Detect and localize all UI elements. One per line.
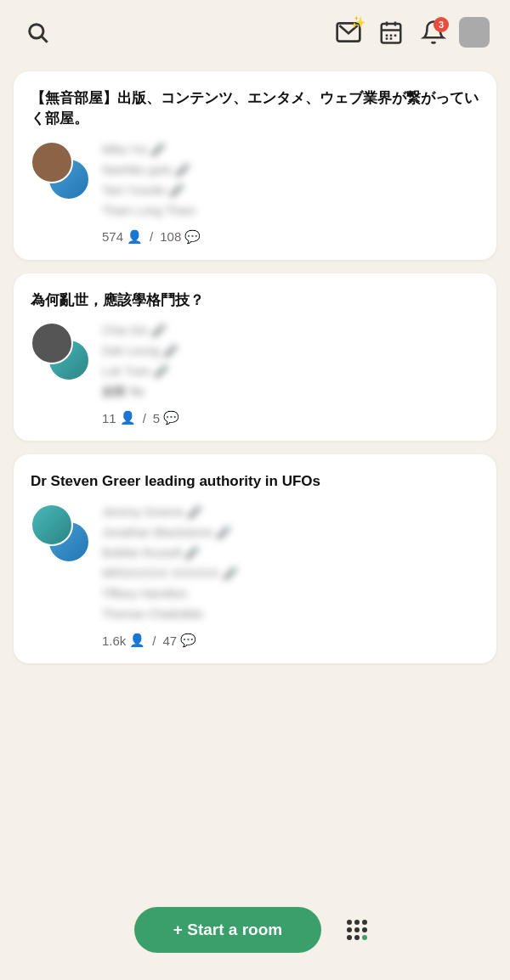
chat-count: 5 💬	[153, 410, 179, 425]
avatar	[31, 504, 73, 546]
chat-count: 47 💬	[163, 633, 197, 648]
room-card[interactable]: 為何亂世，應該學格鬥技？ Chia Gin 🎤 Dak Leung 🎤 Luk …	[14, 273, 496, 442]
room-body: Mika Yui 🎤 Naohiko goto 🎤 Tani Yusuke 🎤 …	[31, 141, 479, 245]
listener-count: 574 👤	[102, 229, 143, 245]
svg-rect-10	[390, 37, 393, 40]
participant-name: MRSXXXXX XXXXXX 🎤	[102, 565, 479, 583]
notification-badge: 3	[434, 17, 449, 32]
room-details: Mika Yui 🎤 Naohiko goto 🎤 Tani Yusuke 🎤 …	[102, 141, 479, 245]
svg-rect-2	[382, 24, 401, 43]
svg-line-1	[42, 37, 47, 42]
inbox-spark-icon: ✨	[351, 15, 366, 29]
participant-name: Jeremy Greene 🎤	[102, 504, 479, 521]
participant-name: Bobbie Russell 🎤	[102, 544, 479, 562]
svg-point-12	[354, 920, 360, 925]
participant-name: Chia Gin 🎤	[102, 322, 479, 340]
room-title: 為何亂世，應該學格鬥技？	[31, 290, 479, 311]
search-button[interactable]	[20, 15, 54, 49]
room-stats: 11 👤 / 5 💬	[102, 410, 479, 425]
svg-point-19	[362, 935, 367, 940]
rooms-list: 【無音部屋】出版、コンテンツ、エンタメ、ウェブ業界が繋がっていく部屋。 Mika…	[0, 65, 510, 670]
room-details: Jeremy Greene 🎤 Jonathan Blackstone 🎤 Bo…	[102, 504, 479, 648]
room-body: Chia Gin 🎤 Dak Leung 🎤 Luk Tuen 🎤 創業 Yu …	[31, 322, 479, 425]
room-body: Jeremy Greene 🎤 Jonathan Blackstone 🎤 Bo…	[31, 504, 479, 648]
bottom-bar: + Start a room	[0, 893, 510, 980]
svg-rect-7	[390, 35, 393, 37]
svg-point-15	[354, 927, 360, 932]
svg-rect-6	[386, 35, 388, 37]
participant-name: Tham Long Tham	[102, 202, 479, 220]
chat-count: 108 💬	[160, 229, 201, 245]
notifications-button[interactable]: 3	[415, 14, 452, 51]
grid-dots-icon	[342, 915, 372, 945]
participant-name: Mika Yui 🎤	[102, 141, 479, 159]
app-header: ✨ 3	[0, 0, 510, 65]
listener-count: 1.6k 👤	[102, 633, 145, 648]
svg-point-18	[354, 935, 360, 940]
room-card[interactable]: 【無音部屋】出版、コンテンツ、エンタメ、ウェブ業界が繋がっていく部屋。 Mika…	[14, 71, 496, 260]
svg-point-14	[347, 927, 352, 932]
room-avatars	[31, 504, 90, 563]
room-title: Dr Steven Greer leading authority in UFO…	[31, 471, 479, 492]
calendar-button[interactable]	[374, 15, 408, 49]
participant-name: Tiffany Hamilton	[102, 585, 479, 603]
svg-point-13	[362, 920, 367, 925]
room-title: 【無音部屋】出版、コンテンツ、エンタメ、ウェブ業界が繋がっていく部屋。	[31, 88, 479, 129]
start-room-button[interactable]: + Start a room	[134, 907, 321, 953]
listener-count: 11 👤	[102, 410, 136, 425]
avatar	[31, 141, 73, 183]
start-room-label: + Start a room	[173, 921, 282, 939]
svg-rect-8	[394, 35, 397, 37]
svg-point-17	[347, 935, 352, 940]
room-avatars	[31, 322, 90, 381]
participant-name: 創業 Yu	[102, 383, 479, 401]
room-stats: 1.6k 👤 / 47 💬	[102, 633, 479, 648]
participant-name: Tani Yusuke 🎤	[102, 182, 479, 200]
svg-point-11	[347, 920, 352, 925]
more-options-button[interactable]	[338, 911, 376, 949]
participant-name: Luk Tuen 🎤	[102, 363, 479, 380]
inbox-button[interactable]: ✨	[330, 14, 367, 51]
participant-name: Dak Leung 🎤	[102, 342, 479, 360]
svg-rect-9	[386, 37, 388, 40]
room-details: Chia Gin 🎤 Dak Leung 🎤 Luk Tuen 🎤 創業 Yu …	[102, 322, 479, 425]
participant-name: Thomas Chattobbe	[102, 605, 479, 623]
room-avatars	[31, 141, 90, 200]
participant-name: Naohiko goto 🎤	[102, 161, 479, 179]
svg-point-16	[362, 927, 367, 932]
room-card[interactable]: Dr Steven Greer leading authority in UFO…	[14, 454, 496, 663]
participant-name: Jonathan Blackstone 🎤	[102, 524, 479, 542]
user-avatar[interactable]	[459, 17, 490, 48]
svg-point-0	[30, 25, 43, 38]
room-stats: 574 👤 / 108 💬	[102, 229, 479, 245]
header-right-icons: ✨ 3	[330, 14, 490, 51]
